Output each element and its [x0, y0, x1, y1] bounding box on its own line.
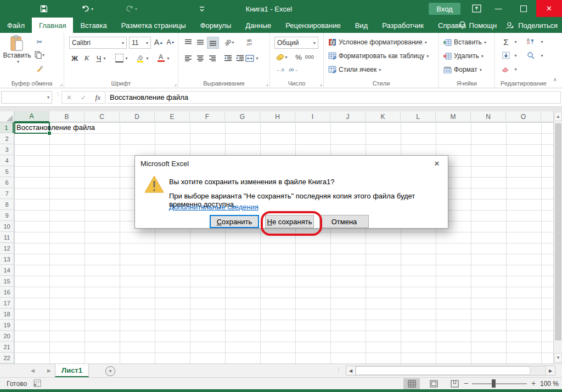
- cancel-dialog-button[interactable]: Отмена: [319, 215, 369, 228]
- row-header-9[interactable]: 9: [0, 210, 14, 221]
- column-header-partial[interactable]: [541, 111, 553, 122]
- column-header-M[interactable]: M: [436, 111, 471, 122]
- font-name-combo[interactable]: Calibri▾: [69, 37, 127, 49]
- row-header-13[interactable]: 13: [0, 254, 14, 265]
- font-size-combo[interactable]: 11▾: [129, 37, 151, 49]
- row-header-18[interactable]: 18: [0, 309, 14, 320]
- zoom-level-label[interactable]: 100 %: [540, 380, 559, 388]
- page-break-view-button[interactable]: [446, 378, 463, 389]
- column-header-J[interactable]: J: [330, 111, 366, 122]
- number-dialog-launcher[interactable]: ⌟: [319, 81, 322, 87]
- dialog-close-button[interactable]: ✕: [426, 156, 448, 171]
- row-header-21[interactable]: 21: [0, 342, 14, 353]
- row-header-14[interactable]: 14: [0, 265, 14, 276]
- share-label[interactable]: Поделиться: [518, 21, 558, 30]
- row-header-10[interactable]: 10: [0, 221, 14, 232]
- tab-file[interactable]: Файл: [0, 18, 32, 33]
- cell-styles-button[interactable]: Стили ячеек▾: [328, 64, 381, 76]
- column-header-N[interactable]: N: [471, 111, 506, 122]
- row-header-6[interactable]: 6: [0, 177, 14, 188]
- copy-button[interactable]: ▾: [34, 49, 45, 60]
- sign-in-button[interactable]: Вход: [429, 3, 460, 15]
- redo-button[interactable]: ▾: [125, 3, 137, 14]
- zoom-slider-track[interactable]: [472, 383, 527, 384]
- delete-cells-button[interactable]: Удалить▾: [443, 50, 484, 62]
- insert-cells-button[interactable]: Вставить▾: [443, 36, 486, 48]
- accounting-dropdown[interactable]: ▾: [283, 52, 289, 63]
- add-sheet-button[interactable]: +: [105, 366, 115, 376]
- italic-button[interactable]: К: [81, 53, 92, 64]
- cancel-entry-button[interactable]: ✕: [66, 94, 72, 101]
- enter-entry-button[interactable]: ✓: [81, 94, 86, 101]
- font-dialog-launcher[interactable]: ⌟: [174, 81, 177, 87]
- normal-view-button[interactable]: [403, 378, 420, 389]
- row-header-19[interactable]: 19: [0, 320, 14, 331]
- align-center-button[interactable]: [195, 53, 206, 64]
- tab-strip-resize-handle[interactable]: ⋮: [336, 367, 341, 373]
- align-middle-button[interactable]: [195, 37, 206, 48]
- select-all-button[interactable]: [0, 111, 14, 122]
- insert-function-button[interactable]: fx: [95, 93, 100, 102]
- sheet-tab[interactable]: Лист1: [55, 364, 89, 377]
- increase-decimal-button[interactable]: .00→: [288, 64, 299, 75]
- copy-dropdown[interactable]: ▾: [42, 53, 44, 58]
- row-header-8[interactable]: 8: [0, 199, 14, 210]
- undo-button[interactable]: ▾: [81, 3, 93, 14]
- row-header-17[interactable]: 17: [0, 298, 14, 309]
- qat-customize-button[interactable]: [199, 3, 205, 14]
- name-box-dropdown[interactable]: ▾: [47, 95, 49, 100]
- undo-dropdown[interactable]: ▾: [91, 7, 93, 12]
- tab-review[interactable]: Рецензирование: [278, 18, 347, 33]
- dialog-learn-more-link[interactable]: Дополнительные сведения: [169, 203, 258, 211]
- column-header-L[interactable]: L: [401, 111, 436, 122]
- decrease-indent-button[interactable]: [222, 53, 233, 64]
- minimize-button[interactable]: —: [486, 0, 511, 17]
- name-box[interactable]: ▾: [1, 91, 52, 104]
- row-header-7[interactable]: 7: [0, 188, 14, 199]
- font-color-dropdown[interactable]: ▾: [165, 53, 171, 64]
- clear-button[interactable]: [499, 64, 513, 75]
- row-header-20[interactable]: 20: [0, 331, 14, 342]
- bold-button[interactable]: Ж: [69, 53, 80, 64]
- zoom-in-button[interactable]: +: [531, 379, 536, 388]
- borders-button[interactable]: [114, 53, 125, 64]
- align-left-button[interactable]: [183, 53, 194, 64]
- row-header-16[interactable]: 16: [0, 287, 14, 298]
- row-header-11[interactable]: 11: [0, 232, 14, 243]
- redo-dropdown[interactable]: ▾: [135, 7, 137, 12]
- orientation-dropdown[interactable]: ▾: [230, 37, 235, 48]
- formula-input[interactable]: Восстановление файла: [106, 91, 561, 104]
- clipboard-dialog-launcher[interactable]: ⌟: [60, 81, 63, 87]
- borders-dropdown[interactable]: ▾: [123, 53, 129, 64]
- format-cells-button[interactable]: Формат▾: [443, 64, 482, 76]
- next-sheet-arrow[interactable]: ▶: [47, 368, 51, 373]
- column-header-I[interactable]: I: [295, 111, 330, 122]
- tab-formulas[interactable]: Формулы: [193, 18, 239, 33]
- zoom-out-button[interactable]: −: [464, 379, 468, 388]
- wrap-text-button[interactable]: abc↵: [244, 37, 255, 48]
- row-header-12[interactable]: 12: [0, 243, 14, 254]
- grow-font-button[interactable]: A▲: [153, 37, 164, 48]
- column-header-E[interactable]: E: [155, 111, 190, 122]
- column-header-F[interactable]: F: [190, 111, 225, 122]
- row-header-2[interactable]: 2: [0, 133, 14, 144]
- prev-sheet-arrow[interactable]: ◀: [31, 368, 35, 373]
- scroll-down-arrow[interactable]: ▼: [554, 353, 562, 362]
- horizontal-scrollbar[interactable]: ◀ ▶: [346, 366, 555, 376]
- column-header-O[interactable]: O: [506, 111, 541, 122]
- zoom-slider-thumb[interactable]: [492, 379, 496, 388]
- row-header-3[interactable]: 3: [0, 144, 14, 155]
- fill-color-dropdown[interactable]: ▾: [144, 53, 150, 64]
- dont-save-button[interactable]: Не сохранять: [265, 215, 314, 228]
- tellme-label[interactable]: Помощн: [469, 21, 497, 30]
- row-header-22[interactable]: 22: [0, 353, 14, 363]
- align-top-button[interactable]: [183, 37, 194, 48]
- close-button[interactable]: ✕: [536, 0, 562, 17]
- merge-center-button[interactable]: [244, 53, 255, 64]
- tab-home[interactable]: Главная: [32, 18, 73, 33]
- macro-record-button[interactable]: [33, 379, 41, 387]
- align-bottom-button[interactable]: [207, 37, 219, 49]
- decrease-decimal-button[interactable]: ←.0: [274, 64, 285, 75]
- tab-view[interactable]: Вид: [348, 18, 375, 33]
- format-painter-button[interactable]: [34, 63, 45, 74]
